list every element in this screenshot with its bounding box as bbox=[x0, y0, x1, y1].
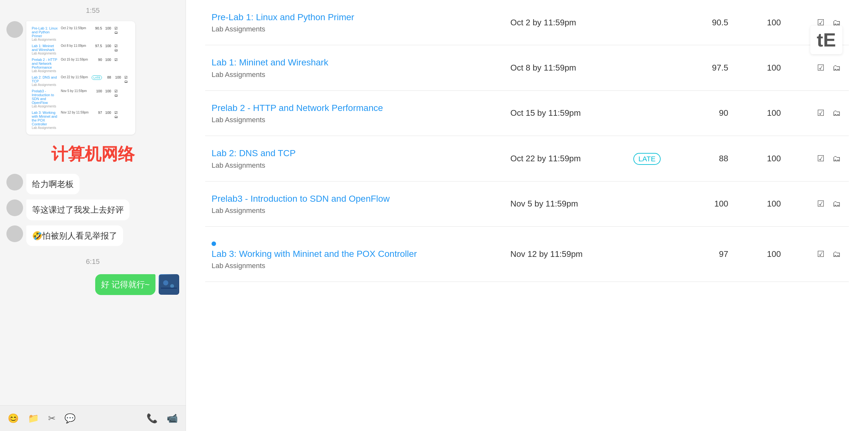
svg-rect-0 bbox=[159, 275, 179, 294]
max-score-cell: 100 bbox=[735, 45, 787, 90]
max-score-cell: 100 bbox=[735, 181, 787, 226]
action-cell: ☑ 🗂 bbox=[787, 226, 849, 282]
video-icon[interactable]: 📹 bbox=[167, 413, 178, 424]
action-cell: ☑ 🗂 bbox=[787, 90, 849, 136]
score-cell: 90 bbox=[682, 90, 735, 136]
chat-bubble: 🤣怕被别人看见举报了 bbox=[26, 225, 123, 246]
late-cell: LATE bbox=[627, 136, 682, 181]
message-row: Pre-Lab 1: Linux and Python Primer Lab A… bbox=[6, 21, 179, 135]
chat-image bbox=[159, 274, 179, 295]
screenshot-bubble: Pre-Lab 1: Linux and Python Primer Lab A… bbox=[26, 21, 135, 135]
max-score-cell: 100 bbox=[735, 136, 787, 181]
late-badge: LATE bbox=[633, 153, 661, 165]
document-icon[interactable]: 🗂 bbox=[831, 249, 842, 260]
te-badge: tE bbox=[810, 26, 842, 54]
due-date: Nov 12 by 11:59pm bbox=[504, 226, 627, 282]
scissors-icon[interactable]: ✂ bbox=[48, 413, 56, 424]
document-icon[interactable]: 🗂 bbox=[831, 198, 842, 210]
assignment-type: Lab Assignments bbox=[212, 161, 497, 170]
assignment-type: Lab Assignments bbox=[212, 206, 497, 215]
avatar bbox=[6, 225, 23, 242]
message-row: 给力啊老板 bbox=[6, 174, 179, 194]
folder-icon[interactable]: 📁 bbox=[28, 413, 39, 424]
message-row: 🤣怕被别人看见举报了 bbox=[6, 225, 179, 246]
phone-icon[interactable]: 📞 bbox=[147, 413, 158, 424]
assignment-type: Lab Assignments bbox=[212, 116, 497, 124]
avatar bbox=[6, 174, 23, 191]
course-title: 计算机网络 bbox=[51, 143, 135, 166]
score-cell: 97.5 bbox=[682, 45, 735, 90]
chat-bubble: 好 记得就行~ bbox=[95, 274, 155, 295]
due-date: Nov 5 by 11:59pm bbox=[504, 181, 627, 226]
assignment-type: Lab Assignments bbox=[212, 25, 497, 33]
chat-messages: Pre-Lab 1: Linux and Python Primer Lab A… bbox=[0, 18, 186, 405]
document-icon[interactable]: 🗂 bbox=[831, 153, 842, 164]
chat-bubble: 等这课过了我发上去好评 bbox=[26, 199, 129, 220]
assignment-name[interactable]: Lab 3: Working with Mininet and the POX … bbox=[212, 248, 497, 260]
checkbox-icon[interactable]: ☑ bbox=[815, 62, 826, 74]
chat-panel: 1:55 Pre-Lab 1: Linux and Python Primer … bbox=[0, 0, 186, 431]
grade-row: Lab 1: Mininet and Wireshark Lab Assignm… bbox=[205, 45, 849, 90]
grade-row: Pre-Lab 1: Linux and Python Primer Lab A… bbox=[205, 0, 849, 45]
document-icon[interactable]: 🗂 bbox=[831, 62, 842, 74]
action-icons: ☑ 🗂 bbox=[794, 62, 842, 74]
due-date: Oct 2 by 11:59pm bbox=[504, 0, 627, 45]
checkbox-icon[interactable]: ☑ bbox=[815, 198, 826, 210]
late-cell bbox=[627, 45, 682, 90]
checkbox-icon[interactable]: ☑ bbox=[815, 249, 826, 260]
table-row: Lab 2: DNS and TCP Lab Assignments Oct 2… bbox=[30, 74, 131, 88]
grade-panel: Pre-Lab 1: Linux and Python Primer Lab A… bbox=[186, 0, 868, 431]
svg-point-2 bbox=[170, 284, 174, 288]
action-cell: ☑ 🗂 bbox=[787, 136, 849, 181]
table-row: Lab 3: Working with Mininet and the POX … bbox=[30, 109, 131, 131]
action-icons: ☑ 🗂 bbox=[794, 198, 842, 210]
grade-row: Prelab3 - Introduction to SDN and OpenFl… bbox=[205, 181, 849, 226]
svg-rect-3 bbox=[161, 288, 177, 289]
grade-row: Prelab 2 - HTTP and Network Performance … bbox=[205, 90, 849, 136]
footer-right: 📞 📹 bbox=[147, 413, 178, 424]
assignment-name[interactable]: Pre-Lab 1: Linux and Python Primer bbox=[212, 11, 497, 23]
chat-footer: 😊 📁 ✂ 💬 📞 📹 bbox=[0, 405, 186, 431]
action-icons: ☑ 🗂 bbox=[794, 108, 842, 119]
message-row: 等这课过了我发上去好评 bbox=[6, 199, 179, 220]
table-row: Prelab 2 - HTTP and Network Performance … bbox=[30, 56, 131, 74]
table-row: Pre-Lab 1: Linux and Python Primer Lab A… bbox=[30, 25, 131, 42]
max-score-cell: 100 bbox=[735, 90, 787, 136]
assignment-name[interactable]: Prelab 2 - HTTP and Network Performance bbox=[212, 102, 497, 114]
action-icons: ☑ 🗂 bbox=[794, 249, 842, 260]
checkbox-icon[interactable]: ☑ bbox=[815, 153, 826, 164]
timestamp-2: 6:15 bbox=[6, 258, 179, 266]
grade-row: Lab 3: Working with Mininet and the POX … bbox=[205, 226, 849, 282]
assignment-name[interactable]: Prelab3 - Introduction to SDN and OpenFl… bbox=[212, 193, 497, 205]
max-score-cell: 100 bbox=[735, 226, 787, 282]
late-cell bbox=[627, 90, 682, 136]
due-date: Oct 15 by 11:59pm bbox=[504, 90, 627, 136]
late-cell bbox=[627, 226, 682, 282]
late-cell bbox=[627, 0, 682, 45]
checkbox-icon[interactable]: ☑ bbox=[815, 108, 826, 119]
score-cell: 88 bbox=[682, 136, 735, 181]
due-date: Oct 22 by 11:59pm bbox=[504, 136, 627, 181]
emoji-icon[interactable]: 😊 bbox=[8, 413, 19, 424]
svg-point-1 bbox=[163, 280, 168, 285]
due-date: Oct 8 by 11:59pm bbox=[504, 45, 627, 90]
max-score-cell: 100 bbox=[735, 0, 787, 45]
assignment-type: Lab Assignments bbox=[212, 262, 497, 270]
action-cell: ☑ 🗂 bbox=[787, 181, 849, 226]
sent-message-group: 好 记得就行~ bbox=[95, 274, 179, 295]
avatar bbox=[6, 199, 23, 216]
screenshot-table: Pre-Lab 1: Linux and Python Primer Lab A… bbox=[30, 25, 131, 131]
table-row: Prelab3 - Introduction to SDN and OpenFl… bbox=[30, 88, 131, 109]
score-cell: 97 bbox=[682, 226, 735, 282]
table-row: Lab 1: Mininet and Wireshark Lab Assignm… bbox=[30, 42, 131, 56]
dot-indicator bbox=[212, 241, 216, 246]
score-cell: 100 bbox=[682, 181, 735, 226]
message-row: 好 记得就行~ bbox=[6, 274, 179, 295]
score-cell: 90.5 bbox=[682, 0, 735, 45]
action-icons: ☑ 🗂 bbox=[794, 153, 842, 164]
assignment-name[interactable]: Lab 2: DNS and TCP bbox=[212, 147, 497, 159]
document-icon[interactable]: 🗂 bbox=[831, 108, 842, 119]
grade-table: Pre-Lab 1: Linux and Python Primer Lab A… bbox=[205, 0, 849, 282]
comment-icon[interactable]: 💬 bbox=[64, 413, 75, 424]
assignment-name[interactable]: Lab 1: Mininet and Wireshark bbox=[212, 57, 497, 68]
